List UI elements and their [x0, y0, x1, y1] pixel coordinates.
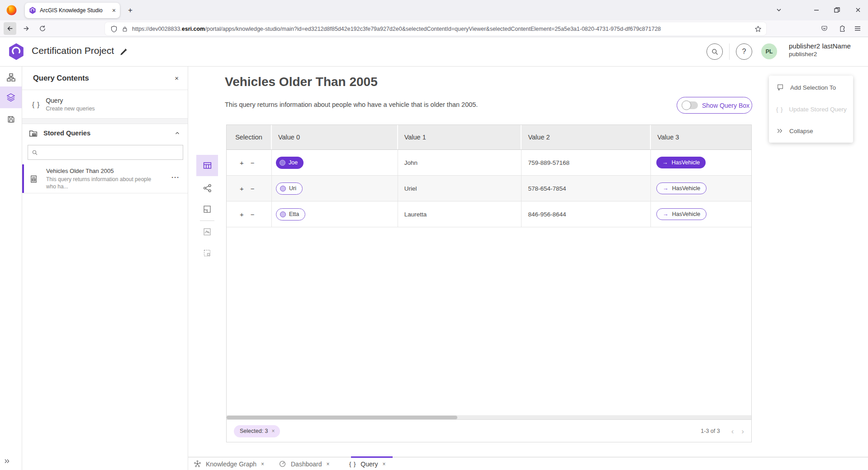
extensions-puzzle-icon[interactable] — [835, 22, 848, 35]
menu-item-collapse[interactable]: Collapse — [769, 120, 853, 142]
collapse-minus-button[interactable]: − — [251, 159, 255, 167]
value-cell: 846-956-8644 — [522, 201, 651, 227]
lock-icon[interactable] — [122, 26, 128, 32]
url-bar[interactable]: https://dev0028833.esri.com/portal/apps/… — [105, 22, 766, 35]
stored-query-description: This query returns information about peo… — [46, 176, 159, 190]
item-options-ellipsis-icon[interactable]: ··· — [171, 173, 180, 181]
query-create-item[interactable]: { } Query Create new queries — [22, 90, 188, 119]
browser-toolbar: https://dev0028833.esri.com/portal/apps/… — [0, 20, 868, 37]
entity-pill[interactable]: Joe — [276, 157, 304, 169]
expand-plus-button[interactable]: + — [240, 159, 244, 167]
relationship-cell: →HasVehicle — [651, 176, 751, 201]
bookmark-star-icon[interactable] — [754, 25, 762, 33]
link-chart-view-button[interactable] — [202, 182, 213, 193]
show-query-box-toggle[interactable]: Show Query Box — [677, 97, 752, 114]
window-minimize-button[interactable] — [810, 4, 823, 16]
browser-tab-active[interactable]: ArcGIS Knowledge Studio × — [25, 3, 120, 18]
sidebar-item-save[interactable] — [0, 108, 22, 130]
sidebar-item-contents[interactable] — [0, 86, 22, 108]
pagination-range: 1-3 of 3 — [701, 428, 720, 434]
tab-close-icon[interactable]: × — [112, 7, 116, 14]
firefox-icon[interactable] — [6, 5, 17, 16]
forward-button[interactable] — [20, 22, 33, 35]
avatar[interactable]: PL — [761, 43, 777, 59]
relationship-pill[interactable]: →HasVehicle — [656, 157, 706, 168]
edit-pencil-icon[interactable] — [120, 47, 128, 56]
panel-title: Query Contents — [33, 74, 175, 82]
entity-cell: Etta — [272, 201, 398, 227]
chevron-up-icon — [174, 130, 180, 136]
app-header: Certification Project ? PL publisher2 la… — [0, 37, 868, 67]
stored-queries-search[interactable] — [28, 145, 183, 160]
column-header-value2: Value 2 — [522, 125, 651, 149]
browser-tab-title: ArcGIS Knowledge Studio — [40, 7, 109, 14]
tab-query[interactable]: { } Query × — [349, 457, 385, 470]
panel-close-icon[interactable]: × — [175, 74, 179, 82]
relationship-pill[interactable]: →HasVehicle — [656, 208, 707, 220]
window-restore-button[interactable] — [830, 4, 844, 16]
column-header-selection: Selection — [227, 125, 272, 149]
tab-close-icon[interactable]: × — [261, 461, 264, 467]
entity-cell: Uri — [272, 176, 398, 201]
reload-button[interactable] — [36, 22, 49, 35]
pocket-icon[interactable] — [818, 22, 830, 35]
column-header-value0: Value 0 — [272, 125, 398, 149]
user-subtitle: publisher2 — [789, 51, 851, 58]
relationship-pill[interactable]: →HasVehicle — [656, 182, 707, 194]
list-tabs-chevron-icon[interactable] — [772, 4, 786, 16]
collapse-minus-button[interactable]: − — [251, 185, 255, 192]
hierarchy-icon — [6, 73, 15, 82]
bottom-tab-bar: Knowledge Graph × Dashboard × { } Query … — [188, 457, 868, 470]
map-view-button[interactable] — [202, 204, 213, 215]
tab-close-icon[interactable]: × — [327, 461, 330, 467]
browser-tabstrip: ArcGIS Knowledge Studio × + — [0, 0, 868, 20]
braces-icon: { } — [349, 460, 356, 467]
horizontal-scrollbar[interactable] — [227, 415, 751, 419]
toggle-knob — [682, 101, 691, 110]
expand-plus-button[interactable]: + — [240, 211, 244, 218]
next-page-icon[interactable]: › — [741, 427, 744, 435]
search-input[interactable] — [41, 149, 179, 156]
toggle-track — [683, 101, 698, 109]
window-close-button[interactable] — [851, 4, 865, 16]
main-content: Vehicles Older Than 2005 This query retu… — [188, 67, 868, 470]
scrollbar-thumb[interactable] — [227, 416, 457, 419]
selection-cell: + − — [227, 176, 272, 201]
new-tab-button[interactable]: + — [125, 5, 136, 16]
stored-query-item[interactable]: Vehicles Older Than 2005 This query retu… — [22, 164, 188, 193]
entity-pill[interactable]: Uri — [276, 182, 303, 195]
toggle-label: Show Query Box — [702, 102, 749, 109]
double-chevron-right-icon — [4, 458, 10, 465]
expand-plus-button[interactable]: + — [240, 185, 244, 192]
table-view-button[interactable] — [202, 160, 213, 171]
selection-cell: + − — [227, 150, 272, 176]
search-button[interactable] — [707, 43, 723, 60]
help-button[interactable]: ? — [736, 43, 752, 60]
table-row: + − Joe John 759-889-57168 →HasVehicle — [227, 150, 751, 176]
user-info[interactable]: publisher2 lastName publisher2 — [789, 42, 851, 58]
menu-item-update-stored-query[interactable]: { } Update Stored Query — [769, 98, 853, 120]
viewrail-divider — [200, 221, 214, 221]
selected-count-chip[interactable]: Selected: 3 × — [234, 425, 280, 437]
prev-page-icon[interactable]: ‹ — [731, 427, 734, 435]
table-header-row: Selection Value 0 Value 1 Value 2 Value … — [227, 125, 751, 150]
query-item-subtitle: Create new queries — [46, 106, 95, 112]
menu-item-add-selection-to[interactable]: Add Selection To — [769, 77, 853, 98]
relationship-cell: →HasVehicle — [651, 201, 751, 227]
expand-rail-button[interactable] — [4, 458, 10, 465]
tracking-shield-icon[interactable] — [110, 25, 118, 33]
hamburger-menu-icon[interactable] — [851, 22, 864, 35]
tab-dashboard[interactable]: Dashboard × — [279, 457, 330, 470]
tab-close-icon[interactable]: × — [382, 461, 385, 467]
back-button[interactable] — [4, 22, 16, 35]
tab-knowledge-graph[interactable]: Knowledge Graph × — [194, 457, 264, 470]
selection-tool-button[interactable] — [202, 248, 213, 259]
new-map-from-selection-button[interactable] — [202, 226, 213, 237]
layers-icon — [6, 93, 15, 102]
sidebar-item-data-model[interactable] — [0, 67, 22, 88]
collapse-minus-button[interactable]: − — [251, 211, 255, 218]
stored-queries-header[interactable]: Stored Queries — [22, 124, 188, 142]
clear-selection-icon[interactable]: × — [272, 428, 275, 434]
entity-pill[interactable]: Etta — [276, 208, 305, 221]
save-floppy-icon — [7, 115, 15, 124]
